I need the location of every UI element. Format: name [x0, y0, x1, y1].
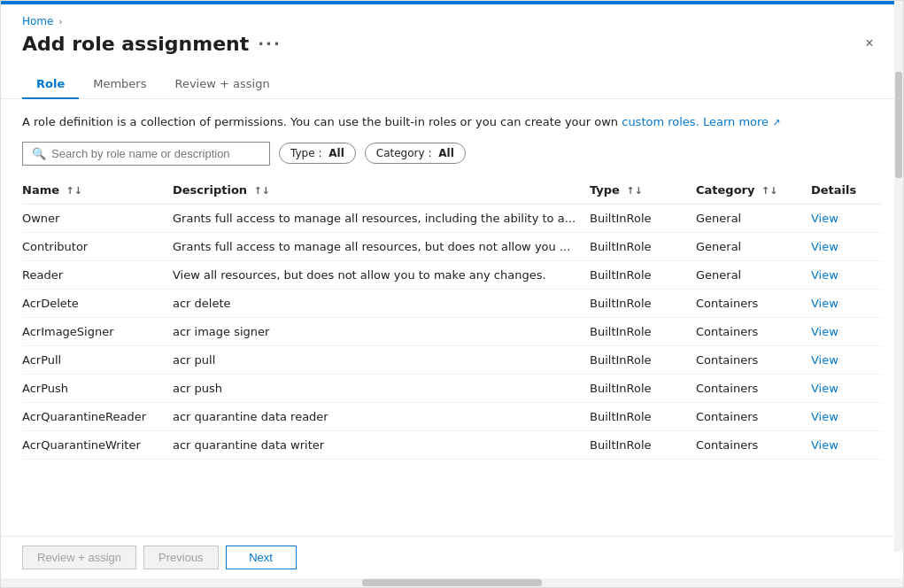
cell-type: BuiltInRole: [590, 374, 696, 402]
table-row[interactable]: AcrPushacr pushBuiltInRoleContainersView: [22, 374, 882, 402]
cell-type: BuiltInRole: [590, 204, 696, 232]
cell-details: View: [811, 260, 882, 289]
cell-type: BuiltInRole: [590, 232, 696, 260]
table-row[interactable]: AcrDeleteacr deleteBuiltInRoleContainers…: [22, 289, 882, 317]
cell-type: BuiltInRole: [590, 402, 696, 430]
view-link[interactable]: View: [811, 212, 838, 225]
cell-description: acr pull: [173, 345, 590, 374]
tab-bar: Role Members Review + assign: [1, 56, 903, 99]
filter-bar: 🔍 Type : All Category : All: [1, 142, 903, 176]
type-filter[interactable]: Type : All: [279, 143, 356, 164]
cell-category: Containers: [696, 402, 811, 430]
table-row[interactable]: OwnerGrants full access to manage all re…: [22, 204, 882, 232]
search-input[interactable]: [51, 147, 260, 160]
cell-category: Containers: [696, 317, 811, 345]
cell-type: BuiltInRole: [590, 430, 696, 459]
cell-description: acr push: [173, 374, 590, 402]
cell-name: AcrQuarantineReader: [22, 402, 173, 430]
cell-details: View: [811, 289, 882, 317]
cell-type: BuiltInRole: [590, 345, 696, 374]
table-row[interactable]: AcrImageSigneracr image signerBuiltInRol…: [22, 317, 882, 345]
roles-table-container: Name ↑↓ Description ↑↓ Type ↑↓ Category …: [1, 176, 903, 537]
cell-name: Reader: [22, 260, 173, 289]
external-link-icon: ↗: [772, 117, 780, 128]
cell-category: Containers: [696, 345, 811, 374]
next-button[interactable]: Next: [226, 545, 297, 569]
cell-name: Contributor: [22, 232, 173, 260]
cell-category: General: [696, 232, 811, 260]
cell-type: BuiltInRole: [590, 260, 696, 289]
table-header-row: Name ↑↓ Description ↑↓ Type ↑↓ Category …: [22, 176, 882, 205]
cell-category: Containers: [696, 374, 811, 402]
horizontal-scrollbar[interactable]: [1, 578, 903, 587]
view-link[interactable]: View: [811, 268, 838, 282]
cell-description: View all resources, but does not allow y…: [173, 260, 590, 289]
vertical-scrollbar-track[interactable]: [894, 1, 903, 552]
cell-details: View: [811, 317, 882, 345]
category-filter[interactable]: Category : All: [365, 143, 466, 164]
table-row[interactable]: AcrQuarantineWriteracr quarantine data w…: [22, 430, 882, 459]
table-row[interactable]: ContributorGrants full access to manage …: [22, 232, 882, 260]
sort-desc-icon: ↑↓: [254, 185, 270, 197]
main-window: Home › Add role assignment ··· × Role Me…: [0, 0, 904, 588]
breadcrumb-chevron: ›: [58, 17, 62, 27]
col-header-description[interactable]: Description ↑↓: [173, 176, 590, 205]
previous-button[interactable]: Previous: [143, 545, 219, 569]
view-link[interactable]: View: [811, 382, 838, 395]
view-link[interactable]: View: [811, 353, 838, 367]
description-text: A role definition is a collection of per…: [1, 99, 903, 142]
search-icon: 🔍: [32, 147, 46, 160]
col-header-category[interactable]: Category ↑↓: [696, 176, 811, 205]
cell-type: BuiltInRole: [590, 317, 696, 345]
table-row[interactable]: AcrQuarantineReaderacr quarantine data r…: [22, 402, 882, 430]
h-scrollbar-thumb: [362, 579, 543, 586]
review-assign-button[interactable]: Review + assign: [22, 545, 136, 569]
sort-name-icon: ↑↓: [66, 185, 82, 197]
cell-category: General: [696, 204, 811, 232]
tab-review-assign[interactable]: Review + assign: [160, 70, 283, 99]
cell-category: Containers: [696, 289, 811, 317]
view-link[interactable]: View: [811, 297, 838, 310]
cell-category: Containers: [696, 430, 811, 459]
col-header-type[interactable]: Type ↑↓: [590, 176, 696, 205]
custom-roles-link[interactable]: custom roles.: [622, 115, 699, 128]
page-title: Add role assignment ···: [22, 33, 282, 55]
close-button[interactable]: ×: [857, 31, 882, 56]
table-body: OwnerGrants full access to manage all re…: [22, 204, 882, 459]
learn-more-link[interactable]: Learn more ↗: [703, 115, 781, 128]
tab-role[interactable]: Role: [22, 70, 79, 99]
cell-description: acr delete: [173, 289, 590, 317]
cell-category: General: [696, 260, 811, 289]
cell-description: Grants full access to manage all resourc…: [173, 204, 590, 232]
sort-cat-icon: ↑↓: [761, 185, 777, 197]
view-link[interactable]: View: [811, 240, 838, 253]
cell-name: AcrPull: [22, 345, 173, 374]
sort-type-icon: ↑↓: [626, 185, 642, 197]
table-row[interactable]: AcrPullacr pullBuiltInRoleContainersView: [22, 345, 882, 374]
cell-details: View: [811, 374, 882, 402]
title-text: Add role assignment: [22, 33, 249, 55]
cell-name: AcrPush: [22, 374, 173, 402]
ellipsis-menu[interactable]: ···: [258, 35, 282, 53]
breadcrumb: Home ›: [1, 4, 903, 27]
cell-name: Owner: [22, 204, 173, 232]
cell-details: View: [811, 430, 882, 459]
cell-details: View: [811, 204, 882, 232]
view-link[interactable]: View: [811, 325, 838, 338]
view-link[interactable]: View: [811, 438, 838, 452]
roles-table: Name ↑↓ Description ↑↓ Type ↑↓ Category …: [22, 176, 882, 460]
cell-description: acr image signer: [173, 317, 590, 345]
tab-members[interactable]: Members: [79, 70, 160, 99]
view-link[interactable]: View: [811, 410, 838, 423]
search-box[interactable]: 🔍: [22, 142, 270, 166]
home-link[interactable]: Home: [22, 15, 53, 27]
col-header-details: Details: [811, 176, 882, 205]
cell-name: AcrQuarantineWriter: [22, 430, 173, 459]
footer: Review + assign Previous Next: [1, 536, 903, 578]
cell-description: acr quarantine data reader: [173, 402, 590, 430]
header: Add role assignment ··· ×: [1, 27, 903, 56]
col-header-name[interactable]: Name ↑↓: [22, 176, 173, 205]
cell-details: View: [811, 402, 882, 430]
table-row[interactable]: ReaderView all resources, but does not a…: [22, 260, 882, 289]
cell-name: AcrImageSigner: [22, 317, 173, 345]
